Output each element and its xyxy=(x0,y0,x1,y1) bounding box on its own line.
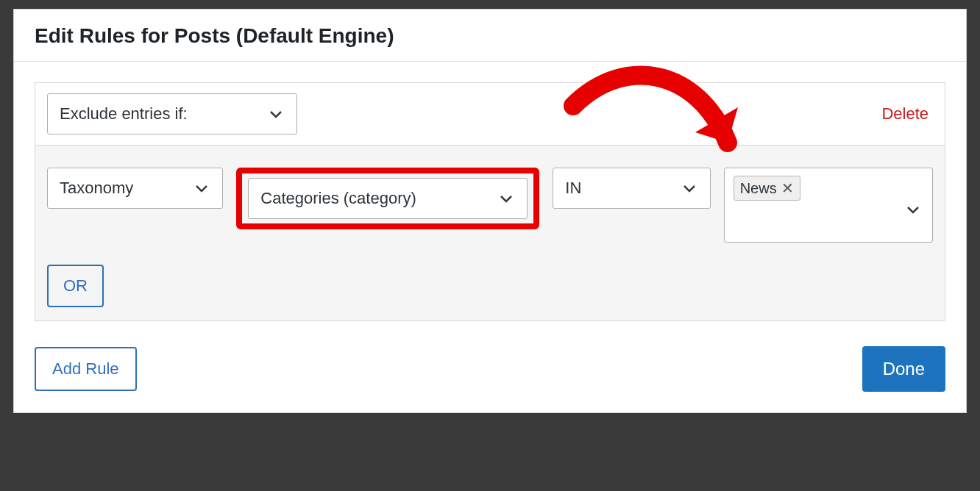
attribute-select[interactable]: Taxonomy xyxy=(47,168,223,209)
modal-title: Edit Rules for Posts (Default Engine) xyxy=(35,24,945,48)
modal-footer: Add Rule Done xyxy=(14,329,966,412)
condition-row: Taxonomy Categories (category) xyxy=(47,168,933,243)
highlight-annotation: Categories (category) xyxy=(236,168,539,229)
done-button[interactable]: Done xyxy=(862,346,945,392)
chevron-down-icon xyxy=(497,190,515,207)
rule-header: Exclude entries if: Delete xyxy=(35,83,945,146)
taxonomy-label: Categories (category) xyxy=(260,189,416,208)
chevron-down-icon xyxy=(681,179,698,197)
modal-edit-rules: Edit Rules for Posts (Default Engine) Ex… xyxy=(13,9,967,413)
delete-rule-link[interactable]: Delete xyxy=(881,104,933,123)
modal-header: Edit Rules for Posts (Default Engine) xyxy=(14,10,966,62)
operator-label: IN xyxy=(565,179,581,198)
attribute-label: Taxonomy xyxy=(60,179,133,198)
rule-condition-select[interactable]: Exclude entries if: xyxy=(47,93,297,135)
rule-conditions: Taxonomy Categories (category) xyxy=(35,146,945,320)
tag-item: News ✕ xyxy=(734,176,800,201)
modal-body: Exclude entries if: Delete Taxonomy xyxy=(14,62,966,329)
chevron-down-icon[interactable] xyxy=(904,201,922,218)
taxonomy-select[interactable]: Categories (category) xyxy=(248,178,528,219)
value-tag-input[interactable]: News ✕ xyxy=(724,168,933,243)
operator-select[interactable]: IN xyxy=(553,168,710,209)
chevron-down-icon xyxy=(267,105,285,123)
tag-label: News xyxy=(740,180,777,197)
rule-group: Exclude entries if: Delete Taxonomy xyxy=(35,82,945,321)
chevron-down-icon xyxy=(193,179,210,197)
or-button[interactable]: OR xyxy=(47,265,104,307)
rule-condition-label: Exclude entries if: xyxy=(60,104,188,123)
add-rule-button[interactable]: Add Rule xyxy=(35,347,137,391)
close-icon[interactable]: ✕ xyxy=(781,179,794,197)
